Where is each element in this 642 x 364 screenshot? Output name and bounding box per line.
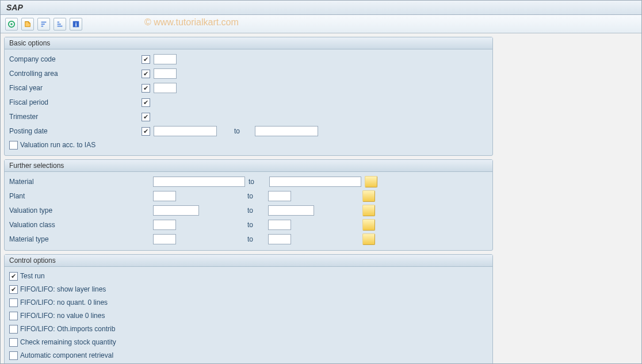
- row-fiscal-period: Fiscal period: [9, 96, 488, 109]
- checkbox-fiscal-year[interactable]: [142, 84, 150, 93]
- row-show-layer: FIFO/LIFO: show layer lines: [9, 283, 488, 295]
- label-material-type: Material type: [9, 235, 153, 243]
- content-area: Basic options Company code Controlling a…: [1, 33, 641, 363]
- watermark-text: © www.tutorialkart.com: [144, 17, 239, 28]
- row-check-remain: Check remaining stock quantity: [9, 336, 488, 348]
- input-company-code[interactable]: [154, 54, 177, 64]
- checkbox-auto-comp[interactable]: [9, 351, 18, 360]
- checkbox-test-run[interactable]: [9, 272, 18, 281]
- checkbox-oth-imports[interactable]: [9, 325, 18, 334]
- svg-text:i: i: [75, 21, 77, 27]
- control-options-title: Control options: [5, 255, 492, 267]
- checkbox-controlling-area[interactable]: [142, 70, 150, 78]
- checkbox-fiscal-period[interactable]: [142, 98, 150, 107]
- row-valuation-type: Valuation type to: [9, 204, 488, 217]
- label-controlling-area: Controlling area: [9, 70, 142, 78]
- control-options-panel: Control options Test run FIFO/LIFO: show…: [4, 254, 493, 363]
- row-no-quant: FIFO/LIFO: no quant. 0 lines: [9, 297, 488, 308]
- multi-select-material[interactable]: [365, 176, 377, 187]
- label-test-run: Test run: [20, 272, 45, 280]
- basic-options-title: Basic options: [5, 37, 492, 49]
- label-fiscal-year: Fiscal year: [9, 84, 142, 92]
- input-valuation-class-to[interactable]: [268, 220, 291, 230]
- input-valuation-type-to[interactable]: [268, 205, 314, 216]
- label-fiscal-period: Fiscal period: [9, 98, 142, 106]
- checkbox-company-code[interactable]: [142, 55, 150, 64]
- label-valuation-ias: Valuation run acc. to IAS: [20, 141, 95, 149]
- row-valuation-ias: Valuation run acc. to IAS: [9, 139, 488, 151]
- label-valuation-type: Valuation type: [9, 206, 153, 214]
- input-fiscal-year[interactable]: [154, 83, 177, 93]
- label-posting-date-to: to: [234, 127, 251, 135]
- input-material-from[interactable]: [153, 177, 245, 187]
- label-no-value: FIFO/LIFO: no value 0 lines: [20, 312, 105, 320]
- label-check-remain: Check remaining stock quantity: [20, 338, 116, 346]
- execute-button[interactable]: [5, 18, 18, 30]
- label-valuation-type-to: to: [247, 206, 265, 214]
- svg-rect-5: [58, 21, 60, 22]
- app-toolbar: i © www.tutorialkart.com: [1, 15, 641, 33]
- input-plant-to[interactable]: [268, 191, 291, 201]
- label-material-to: to: [249, 178, 266, 186]
- input-valuation-class-from[interactable]: [153, 220, 176, 230]
- label-show-layer: FIFO/LIFO: show layer lines: [20, 285, 106, 293]
- sort-ascending-button[interactable]: [37, 18, 50, 30]
- label-plant: Plant: [9, 192, 153, 200]
- row-material: Material to: [9, 175, 488, 188]
- row-oth-imports: FIFO/LIFO: Oth.imports contrib: [9, 323, 488, 335]
- row-posting-date: Posting date to: [9, 125, 488, 137]
- input-posting-date-from[interactable]: [154, 126, 217, 136]
- label-material-type-to: to: [247, 235, 265, 243]
- window-title: SAP: [6, 3, 23, 12]
- checkbox-show-layer[interactable]: [9, 285, 18, 294]
- further-selections-title: Further selections: [5, 160, 492, 172]
- checkbox-check-remain[interactable]: [9, 338, 18, 347]
- label-trimester: Trimester: [9, 113, 142, 121]
- checkbox-no-value[interactable]: [9, 312, 18, 320]
- row-test-run: Test run: [9, 270, 488, 282]
- svg-rect-4: [41, 25, 44, 26]
- multi-select-valuation-class[interactable]: [362, 219, 375, 231]
- sap-window: SAP i © www.tutorialkart.com Basic optio…: [0, 0, 642, 364]
- label-no-quant: FIFO/LIFO: no quant. 0 lines: [20, 298, 108, 306]
- label-valuation-class: Valuation class: [9, 221, 153, 229]
- row-controlling-area: Controlling area: [9, 67, 488, 80]
- svg-rect-3: [41, 24, 45, 25]
- input-plant-from[interactable]: [153, 191, 176, 201]
- multi-select-plant[interactable]: [362, 190, 375, 202]
- row-company-code: Company code: [9, 53, 488, 66]
- svg-rect-2: [41, 21, 47, 22]
- sort-descending-button[interactable]: [54, 18, 66, 30]
- input-material-to[interactable]: [269, 177, 361, 187]
- input-controlling-area[interactable]: [154, 68, 177, 79]
- input-material-type-to[interactable]: [268, 234, 291, 244]
- input-valuation-type-from[interactable]: [153, 205, 199, 216]
- get-variant-button[interactable]: [21, 18, 34, 30]
- title-bar: SAP: [1, 1, 641, 15]
- svg-rect-6: [58, 24, 61, 25]
- svg-rect-7: [58, 25, 63, 26]
- checkbox-trimester[interactable]: [142, 113, 150, 121]
- row-plant: Plant to: [9, 190, 488, 202]
- row-material-type: Material type to: [9, 233, 488, 246]
- svg-point-1: [10, 23, 13, 25]
- multi-select-valuation-type[interactable]: [362, 205, 375, 216]
- input-material-type-from[interactable]: [153, 234, 176, 244]
- label-posting-date: Posting date: [9, 127, 142, 135]
- row-auto-comp: Automatic component retrieval: [9, 350, 488, 361]
- label-oth-imports: FIFO/LIFO: Oth.imports contrib: [20, 325, 115, 333]
- row-no-value: FIFO/LIFO: no value 0 lines: [9, 310, 488, 321]
- checkbox-valuation-ias[interactable]: [9, 141, 18, 150]
- label-auto-comp: Automatic component retrieval: [20, 351, 113, 359]
- row-fiscal-year: Fiscal year: [9, 82, 488, 94]
- label-plant-to: to: [247, 192, 265, 200]
- row-valuation-class: Valuation class to: [9, 219, 488, 231]
- label-material: Material: [9, 178, 153, 186]
- multi-select-material-type[interactable]: [362, 233, 375, 245]
- row-get-co: Get CO items from ML: [9, 363, 488, 363]
- checkbox-posting-date[interactable]: [142, 127, 150, 136]
- input-posting-date-to[interactable]: [255, 126, 318, 136]
- label-valuation-class-to: to: [247, 221, 265, 229]
- checkbox-no-quant[interactable]: [9, 298, 18, 307]
- info-button[interactable]: i: [70, 18, 82, 30]
